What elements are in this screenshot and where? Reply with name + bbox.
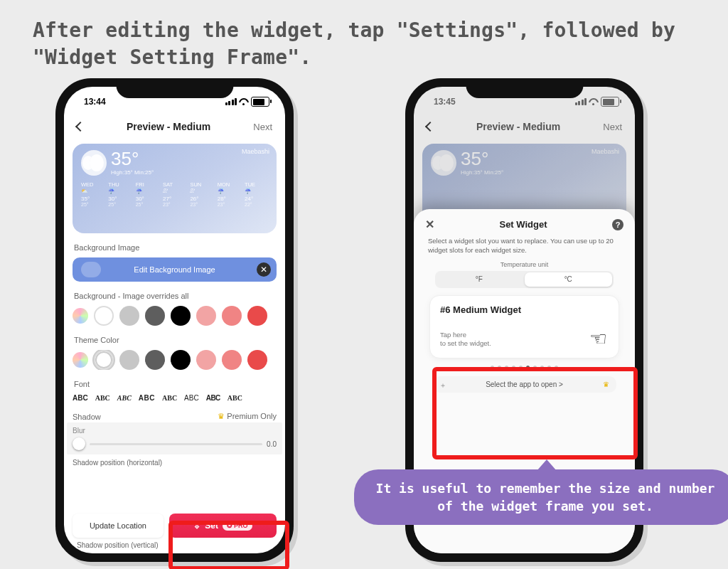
- nav-header: Preview - Medium Next: [64, 114, 285, 139]
- temp-unit-segment[interactable]: °F °C: [435, 271, 614, 288]
- forecast-row: WED⛅35°25° THU☔30°25° FRI☔30°25° SAT⛈27°…: [81, 181, 268, 207]
- signal-icon: [575, 98, 587, 105]
- signal-icon: [225, 98, 237, 105]
- battery-icon: [251, 97, 269, 107]
- status-time: 13:45: [434, 97, 456, 107]
- swatch-selected[interactable]: [94, 350, 114, 370]
- swatch[interactable]: [196, 306, 216, 326]
- city-label: Maebashi: [242, 148, 269, 155]
- shadow-horiz-label: Shadow position (horizontal): [73, 459, 277, 467]
- swatch[interactable]: [222, 306, 242, 326]
- wifi-icon: [589, 98, 599, 105]
- clear-bg-icon[interactable]: ✕: [257, 262, 271, 277]
- shadow-vert-label: Shadow position (vertical): [77, 541, 159, 549]
- unit-f[interactable]: °F: [435, 271, 523, 288]
- weather-widget-preview: Maebashi 35° High:35° Min:25° WED⛅35°25°…: [73, 144, 277, 233]
- temp-unit-label: Temperature unit: [425, 261, 623, 268]
- swatch[interactable]: [145, 306, 165, 326]
- widget-slot-card[interactable]: #6 Medium Widget Tap here to set the wid…: [429, 295, 619, 359]
- battery-icon: [601, 97, 619, 107]
- swatch[interactable]: [196, 350, 216, 370]
- weather-icon: [431, 150, 456, 176]
- sheet-help-text: Select a widget slot you want to replace…: [428, 237, 621, 255]
- temperature: 35°: [111, 149, 154, 168]
- theme-swatch-row: [73, 350, 277, 370]
- palette-icon[interactable]: [73, 352, 88, 368]
- swatch[interactable]: [171, 306, 191, 326]
- instruction-text: After editing the widget, tap "Settings"…: [33, 17, 728, 71]
- next-button[interactable]: Next: [603, 122, 622, 132]
- annotation-highlight-set: [168, 521, 289, 569]
- update-location-button[interactable]: Update Location: [73, 514, 164, 538]
- swatch[interactable]: [247, 350, 267, 370]
- swatch[interactable]: [119, 350, 139, 370]
- bg-thumb-icon: [81, 262, 101, 277]
- sheet-title: Set Widget: [499, 219, 547, 230]
- section-bg-image: Background Image: [74, 243, 275, 252]
- section-shadow: Shadow: [73, 413, 101, 421]
- font-row[interactable]: ABCABCABCABCABCABCABCABC: [73, 394, 277, 402]
- back-icon[interactable]: [427, 121, 434, 132]
- swatch[interactable]: [145, 350, 165, 370]
- weather-icon: [81, 150, 107, 176]
- nav-header: Preview - Medium Next: [414, 114, 635, 139]
- callout-bubble: It is useful to remember the size and nu…: [354, 469, 728, 525]
- page-title: Preview - Medium: [476, 121, 560, 132]
- palette-icon[interactable]: [73, 308, 88, 324]
- help-icon[interactable]: ?: [612, 219, 623, 230]
- page-title: Preview - Medium: [127, 121, 210, 132]
- swatch[interactable]: [222, 350, 242, 370]
- next-button[interactable]: Next: [253, 122, 272, 132]
- slider-thumb[interactable]: [73, 437, 85, 450]
- swatch[interactable]: [119, 306, 139, 326]
- section-theme: Theme Color: [74, 336, 275, 344]
- status-time: 13:44: [84, 97, 106, 107]
- annotation-highlight-slot: [432, 367, 638, 459]
- phone-mockup-left: 13:44 Preview - Medium Next Maebashi 35°…: [55, 78, 294, 562]
- hi-lo: High:35° Min:25°: [111, 169, 154, 176]
- tap-hand-icon: ☜: [589, 327, 607, 351]
- close-icon[interactable]: ✕: [425, 218, 434, 231]
- back-icon[interactable]: [77, 121, 84, 132]
- swatch[interactable]: [247, 306, 267, 326]
- slot-title: #6 Medium Widget: [440, 304, 609, 315]
- edit-background-button[interactable]: Edit Background Image ✕: [73, 257, 277, 282]
- swatch[interactable]: [171, 350, 191, 370]
- blur-slider[interactable]: 0.0: [73, 437, 277, 450]
- wifi-icon: [239, 98, 249, 105]
- section-bg-override: Background - Image overrides all: [74, 292, 275, 300]
- swatch[interactable]: [94, 306, 114, 326]
- unit-c-selected[interactable]: °C: [525, 272, 613, 287]
- premium-badge: ♛ Premium Only: [218, 412, 277, 421]
- blur-label: Blur: [73, 427, 85, 435]
- section-font: Font: [74, 380, 275, 388]
- bg-swatch-row: [73, 306, 277, 326]
